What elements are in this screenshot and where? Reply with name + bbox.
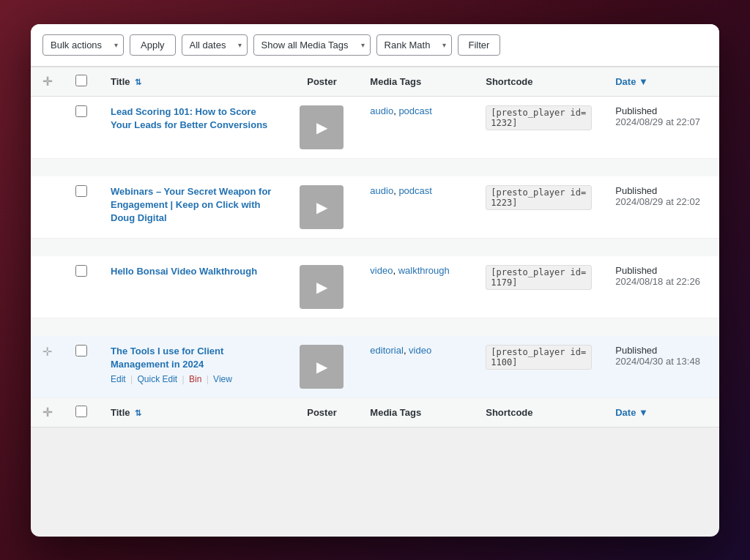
poster-thumbnail[interactable]: ▶ bbox=[300, 105, 344, 149]
row-title-cell: Webinars – Your Secret Weapon for Engage… bbox=[99, 176, 286, 239]
bulk-actions-select[interactable]: Bulk actions bbox=[42, 34, 124, 56]
post-title-link[interactable]: Lead Scoring 101: How to Score Your Lead… bbox=[111, 106, 267, 130]
row-action-bin: Bin bbox=[189, 374, 201, 384]
col-media-tags-header: Media Tags bbox=[358, 67, 474, 96]
footer-col-media-tags-header: Media Tags bbox=[358, 397, 474, 427]
media-tag-link[interactable]: audio bbox=[370, 105, 393, 116]
footer-col-title-header[interactable]: Title ⇅ bbox=[99, 397, 286, 427]
row-checkbox[interactable] bbox=[75, 105, 87, 117]
row-title-cell: Lead Scoring 101: How to Score Your Lead… bbox=[99, 96, 286, 158]
row-action-quick-edit-link[interactable]: Quick Edit bbox=[137, 374, 177, 384]
date-value: 2024/08/29 at 22:02 bbox=[615, 196, 708, 207]
row-date-cell: Published 2024/04/30 at 13:48 bbox=[604, 336, 719, 398]
action-separator: | bbox=[128, 374, 135, 384]
spacer-cell bbox=[31, 158, 719, 176]
post-title: Hello Bonsai Video Walkthrough bbox=[111, 265, 274, 278]
media-tag-link[interactable]: walkthrough bbox=[398, 265, 450, 276]
col-poster-header: Poster bbox=[286, 67, 359, 96]
spacer-row bbox=[31, 318, 719, 336]
row-action-quick-edit: Quick Edit bbox=[137, 374, 177, 384]
shortcode-badge: [presto_player id=1223] bbox=[486, 185, 592, 210]
row-move-handle: ✛ bbox=[31, 336, 64, 398]
play-icon: ▶ bbox=[316, 198, 327, 216]
tag-separator: , bbox=[393, 265, 398, 276]
row-checkbox[interactable] bbox=[75, 265, 87, 277]
footer-date-sort-icon: ▼ bbox=[639, 407, 648, 418]
row-media-tags-cell: audio, podcast bbox=[358, 176, 474, 239]
select-all-checkbox[interactable] bbox=[75, 75, 87, 86]
poster-thumbnail[interactable]: ▶ bbox=[300, 265, 344, 309]
row-shortcode-cell: [presto_player id=1100] bbox=[474, 336, 604, 398]
col-shortcode-header: Shortcode bbox=[474, 67, 604, 96]
footer-col-poster-header: Poster bbox=[286, 397, 359, 427]
media-tag-link[interactable]: podcast bbox=[398, 185, 432, 196]
row-checkbox[interactable] bbox=[75, 185, 87, 197]
date-value: 2024/04/30 at 13:48 bbox=[615, 356, 708, 367]
post-title-link[interactable]: Webinars – Your Secret Weapon for Engage… bbox=[111, 186, 271, 223]
spacer-row bbox=[31, 238, 719, 256]
play-icon: ▶ bbox=[316, 278, 327, 296]
row-date-cell: Published 2024/08/29 at 22:02 bbox=[604, 176, 719, 239]
play-icon: ▶ bbox=[316, 358, 327, 376]
row-action-view-link[interactable]: View bbox=[213, 374, 232, 384]
footer-col-date-header[interactable]: Date ▼ bbox=[604, 397, 719, 427]
row-actions: Edit | Quick Edit | Bin | View bbox=[111, 374, 274, 384]
date-status-label: Published bbox=[615, 345, 708, 356]
spacer-row bbox=[31, 158, 719, 176]
table-row: ✛The Tools I use for Client Management i… bbox=[31, 336, 719, 398]
row-action-edit: Edit bbox=[111, 374, 126, 384]
footer-col-move: ✛ bbox=[31, 397, 64, 427]
media-tag-link[interactable]: editorial bbox=[370, 345, 404, 356]
row-action-bin-link[interactable]: Bin bbox=[189, 374, 201, 384]
col-title-header[interactable]: Title ⇅ bbox=[99, 67, 286, 96]
date-info: Published 2024/08/18 at 22:26 bbox=[615, 265, 708, 287]
toolbar: Bulk actions ▾ Apply All dates ▾ Show al… bbox=[31, 24, 719, 67]
row-checkbox-cell[interactable] bbox=[64, 336, 99, 398]
poster-thumbnail[interactable]: ▶ bbox=[300, 185, 344, 229]
post-title-link[interactable]: The Tools I use for Client Management in… bbox=[111, 346, 223, 370]
row-checkbox[interactable] bbox=[75, 345, 87, 356]
shortcode-badge: [presto_player id=1179] bbox=[486, 265, 592, 290]
footer-title-sort-icon: ⇅ bbox=[135, 408, 141, 417]
row-poster-cell: ▶ bbox=[286, 336, 359, 398]
post-title-link[interactable]: Hello Bonsai Video Walkthrough bbox=[111, 266, 257, 277]
media-tags-select[interactable]: Show all Media Tags bbox=[253, 34, 371, 56]
row-move-handle bbox=[31, 176, 64, 239]
shortcode-badge: [presto_player id=1100] bbox=[486, 345, 592, 370]
footer-col-checkbox[interactable] bbox=[64, 397, 99, 427]
spacer-cell bbox=[31, 238, 719, 256]
rank-math-select[interactable]: Rank Math bbox=[376, 34, 452, 56]
media-tag-link[interactable]: video bbox=[409, 345, 431, 356]
row-poster-cell: ▶ bbox=[286, 256, 359, 318]
filter-button[interactable]: Filter bbox=[458, 34, 501, 56]
col-date-header[interactable]: Date ▼ bbox=[604, 67, 719, 96]
media-tag-link[interactable]: audio bbox=[370, 185, 393, 196]
media-tag-link[interactable]: podcast bbox=[398, 105, 432, 116]
all-dates-wrap: All dates ▾ bbox=[182, 34, 248, 56]
main-window: Bulk actions ▾ Apply All dates ▾ Show al… bbox=[31, 24, 719, 537]
row-media-tags-cell: audio, podcast bbox=[358, 96, 474, 158]
drag-icon: ✛ bbox=[42, 75, 52, 88]
table-footer-row: ✛ Title ⇅ Poster Media Tags bbox=[31, 397, 719, 427]
all-dates-select[interactable]: All dates bbox=[182, 34, 248, 56]
date-sort-icon: ▼ bbox=[639, 76, 648, 87]
spacer-cell bbox=[31, 318, 719, 336]
row-checkbox-cell[interactable] bbox=[64, 256, 99, 318]
action-separator: | bbox=[204, 374, 211, 384]
row-poster-cell: ▶ bbox=[286, 176, 359, 239]
apply-button[interactable]: Apply bbox=[130, 34, 176, 56]
date-value: 2024/08/29 at 22:07 bbox=[615, 116, 708, 127]
table-header-row: ✛ Title ⇅ Poster Media Tags bbox=[31, 67, 719, 96]
date-value: 2024/08/18 at 22:26 bbox=[615, 276, 708, 287]
media-tags-wrap: Show all Media Tags ▾ bbox=[253, 34, 371, 56]
row-checkbox-cell[interactable] bbox=[64, 96, 99, 158]
poster-thumbnail[interactable]: ▶ bbox=[300, 345, 344, 389]
row-title-cell: The Tools I use for Client Management in… bbox=[99, 336, 286, 398]
row-action-edit-link[interactable]: Edit bbox=[111, 374, 126, 384]
media-tag-link[interactable]: video bbox=[370, 265, 393, 276]
row-shortcode-cell: [presto_player id=1179] bbox=[474, 256, 604, 318]
col-checkbox[interactable] bbox=[64, 67, 99, 96]
row-checkbox-cell[interactable] bbox=[64, 176, 99, 239]
date-info: Published 2024/04/30 at 13:48 bbox=[615, 345, 708, 367]
footer-select-all-checkbox[interactable] bbox=[75, 406, 87, 417]
